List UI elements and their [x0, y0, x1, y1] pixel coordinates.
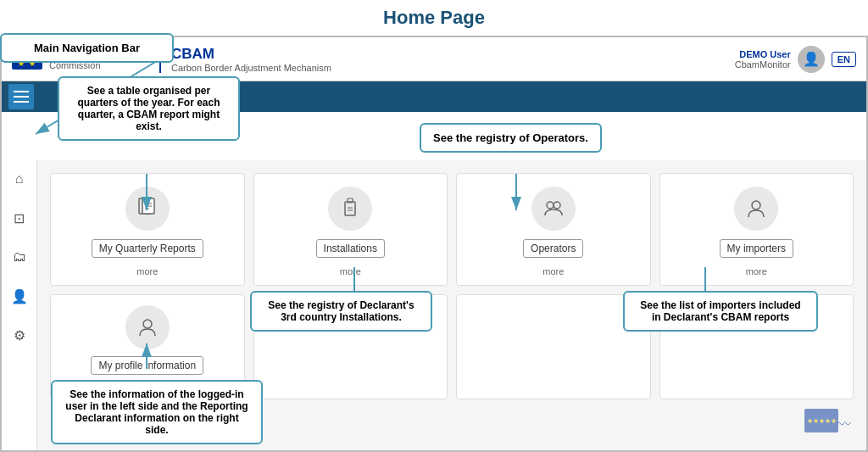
quarterly-more[interactable]: more — [136, 266, 158, 276]
svg-point-11 — [752, 201, 760, 209]
user-role: CbamMonitor — [735, 59, 791, 70]
quarterly-icon — [125, 187, 170, 231]
user-info: DEMO User CbamMonitor — [735, 49, 791, 70]
sidebar: ⌂ ⊡ 🗂 👤 ⚙ — [2, 160, 37, 450]
sidebar-reports-icon[interactable]: ⊡ — [8, 206, 31, 230]
profile-icon — [125, 305, 170, 349]
installations-more[interactable]: more — [340, 266, 361, 276]
importers-button[interactable]: My importers — [720, 239, 793, 258]
page-wrapper: Home Page ★ ★★ ★ European Commission CBA… — [0, 0, 868, 452]
profile-callout: See the information of the logged-in use… — [51, 380, 263, 444]
page-title: Home Page — [0, 7, 868, 29]
cbam-subtitle: Carbon Border Adjustment Mechanism — [171, 63, 331, 73]
svg-point-10 — [554, 202, 560, 209]
eu-bottom-logo: ★★★★★ 〰 — [804, 405, 851, 442]
installations-icon — [328, 187, 372, 231]
hamburger-button[interactable] — [8, 84, 34, 109]
nav-callout: Main Navigation Bar — [0, 33, 174, 63]
quarterly-reports-button[interactable]: My Quarterly Reports — [92, 239, 203, 258]
sidebar-settings-icon[interactable]: ⚙ — [8, 323, 31, 347]
empty-card-3 — [456, 294, 651, 399]
avatar: 👤 — [798, 46, 825, 73]
operators-button[interactable]: Operators — [523, 239, 583, 258]
importers-more[interactable]: more — [746, 266, 767, 276]
svg-point-9 — [547, 202, 554, 209]
importers-card: My importers more — [659, 173, 854, 286]
language-button[interactable]: EN — [832, 52, 856, 67]
operators-more[interactable]: more — [542, 266, 564, 276]
cbam-title: CBAM — [171, 46, 331, 63]
installations-button[interactable]: Installations — [316, 239, 385, 258]
operators-callout: See the registry of Operators. — [420, 123, 602, 153]
importers-callout: See the list of importers included in De… — [623, 291, 818, 332]
sidebar-files-icon[interactable]: 🗂 — [8, 245, 31, 269]
installations-card: Installations more — [253, 173, 448, 286]
svg-text:〰: 〰 — [837, 416, 851, 433]
operators-icon — [531, 187, 576, 231]
header-right: DEMO User CbamMonitor 👤 EN — [735, 46, 856, 73]
svg-text:★★★★★: ★★★★★ — [807, 417, 837, 425]
profile-button[interactable]: My profile information — [91, 356, 203, 375]
importers-icon — [734, 187, 778, 231]
installations-callout: See the registry of Declarant's 3rd coun… — [250, 291, 432, 332]
cbam-header: CBAM Carbon Border Adjustment Mechanism — [159, 46, 331, 73]
page-title-bar: Home Page — [0, 0, 868, 32]
quarterly-callout: See a table organised per quarters of th… — [58, 76, 240, 141]
sidebar-home-icon[interactable]: ⌂ — [8, 167, 31, 191]
svg-rect-5 — [345, 202, 355, 215]
cards-row1: My Quarterly Reports more Installations — [37, 160, 866, 294]
quarterly-reports-card: My Quarterly Reports more — [50, 173, 245, 286]
hamburger-icon — [14, 91, 29, 103]
user-name: DEMO User — [735, 49, 791, 59]
sidebar-users-icon[interactable]: 👤 — [8, 284, 31, 308]
operators-card: Operators more — [456, 173, 651, 286]
svg-point-12 — [143, 320, 152, 328]
